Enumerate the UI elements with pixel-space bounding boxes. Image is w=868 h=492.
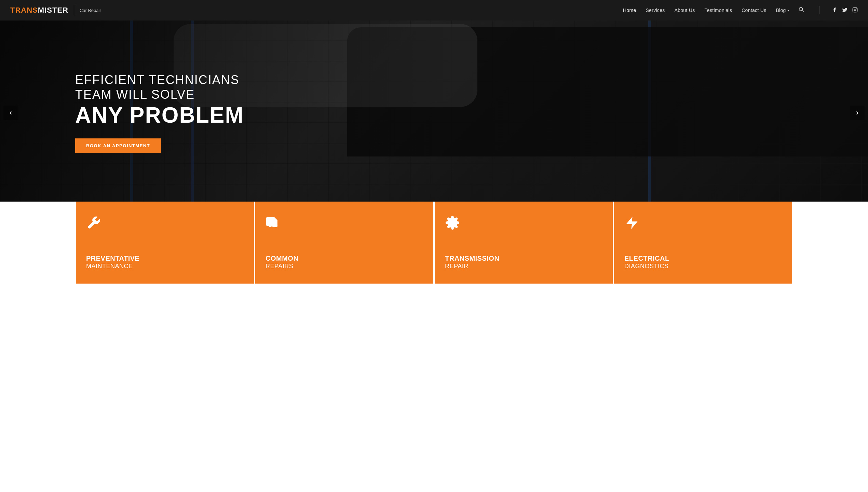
service-label-top-electrical: ELECTRICAL — [624, 255, 782, 262]
svg-point-6 — [275, 225, 277, 227]
service-card-electrical[interactable]: ELECTRICAL DIAGNOSTICS — [614, 202, 792, 284]
navbar: TRANSMISTER Car Repair Home Services Abo… — [0, 0, 868, 20]
search-icon[interactable] — [799, 7, 804, 14]
service-label-bottom-electrical: DIAGNOSTICS — [624, 263, 782, 270]
service-label-top-preventative: PREVENTATIVE — [86, 255, 244, 262]
service-card-transmission[interactable]: TRANSMISSION REPAIR — [435, 202, 613, 284]
car-icon — [266, 215, 423, 251]
svg-line-1 — [802, 11, 804, 12]
service-label-bottom-common: REPAIRS — [266, 263, 423, 270]
service-card-preventative[interactable]: PREVENTATIVE MAINTENANCE — [76, 202, 254, 284]
twitter-icon[interactable] — [842, 7, 847, 14]
svg-marker-8 — [626, 217, 638, 229]
logo-part1: TRANS — [10, 6, 38, 14]
chevron-left-icon: ‹ — [9, 108, 12, 117]
service-label-bottom-transmission: REPAIR — [445, 263, 602, 270]
nav-links: Home Services About Us Testimonials Cont… — [623, 6, 858, 14]
svg-point-3 — [854, 9, 856, 11]
hero-subtitle: EFFICIENT TECHNICIANSTEAM WILL SOLVE — [75, 72, 244, 102]
logo[interactable]: TRANSMISTER — [10, 6, 68, 15]
wrench-icon — [86, 215, 244, 251]
gear-icon — [445, 215, 602, 251]
logo-part2: MISTER — [38, 6, 68, 14]
nav-testimonials[interactable]: Testimonials — [705, 8, 732, 13]
bolt-icon — [624, 215, 782, 251]
logo-divider — [74, 5, 74, 15]
service-label-common: COMMON REPAIRS — [266, 255, 423, 270]
service-label-bottom-preventative: MAINTENANCE — [86, 263, 244, 270]
nav-about[interactable]: About Us — [675, 8, 695, 13]
nav-divider — [819, 6, 819, 14]
nav-blog[interactable]: Blog ▾ — [776, 8, 789, 13]
nav-services[interactable]: Services — [646, 8, 665, 13]
service-card-common[interactable]: COMMON REPAIRS — [255, 202, 433, 284]
service-label-preventative: PREVENTATIVE MAINTENANCE — [86, 255, 244, 270]
service-label-transmission: TRANSMISSION REPAIR — [445, 255, 602, 270]
nav-contact[interactable]: Contact Us — [742, 8, 766, 13]
facebook-icon[interactable] — [832, 7, 837, 14]
svg-rect-2 — [853, 8, 857, 12]
service-label-top-transmission: TRANSMISSION — [445, 255, 602, 262]
svg-point-5 — [269, 225, 271, 227]
instagram-icon[interactable] — [852, 7, 858, 14]
chevron-down-icon: ▾ — [787, 9, 789, 12]
hero-next-button[interactable]: › — [850, 106, 865, 120]
breadcrumb: Car Repair — [80, 8, 101, 13]
hero-section: EFFICIENT TECHNICIANSTEAM WILL SOLVE ANY… — [0, 20, 868, 205]
hero-title: ANY PROBLEM — [75, 103, 244, 127]
hero-content: EFFICIENT TECHNICIANSTEAM WILL SOLVE ANY… — [75, 72, 244, 153]
chevron-right-icon: › — [856, 108, 858, 117]
book-appointment-button[interactable]: BOOK AN APPOINTMENT — [75, 138, 161, 153]
social-links — [832, 7, 858, 14]
service-label-electrical: ELECTRICAL DIAGNOSTICS — [624, 255, 782, 270]
logo-text: TRANSMISTER — [10, 6, 68, 15]
service-label-top-common: COMMON — [266, 255, 423, 262]
hero-prev-button[interactable]: ‹ — [3, 106, 18, 120]
svg-point-4 — [856, 9, 856, 9]
nav-home[interactable]: Home — [623, 8, 636, 13]
services-row: PREVENTATIVE MAINTENANCE COMMON REPAIRS — [0, 202, 868, 284]
